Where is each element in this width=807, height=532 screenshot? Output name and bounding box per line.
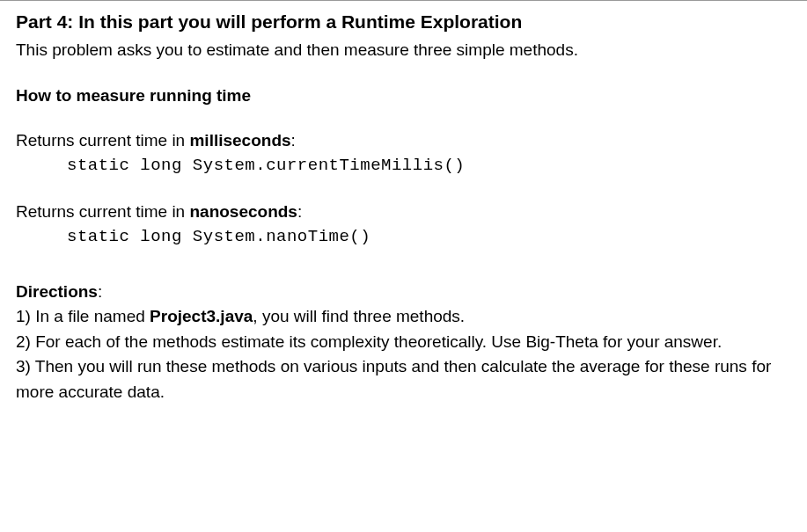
method-nano-code: static long System.nanoTime() bbox=[16, 224, 786, 250]
intro-text: This problem asks you to estimate and th… bbox=[16, 38, 786, 63]
part-heading: Part 4: In this part you will perform a … bbox=[16, 8, 786, 36]
directions-label-text: Directions bbox=[16, 282, 98, 301]
method-nano-prefix: Returns current time in bbox=[16, 202, 189, 221]
method-millis-suffix: : bbox=[291, 131, 296, 149]
method-millis-unit: milliseconds bbox=[189, 131, 290, 149]
method-nano-suffix: : bbox=[297, 202, 302, 221]
method-millis-prefix: Returns current time in bbox=[16, 131, 189, 149]
direction-1-suffix: , you will find three methods. bbox=[253, 307, 465, 325]
method-nano-unit: nanoseconds bbox=[189, 202, 297, 221]
directions-label: Directions: bbox=[16, 280, 786, 305]
subheading-measure: How to measure running time bbox=[16, 84, 786, 109]
heading-title: In this part you will perform a Runtime … bbox=[78, 11, 522, 32]
direction-1-filename: Project3.java bbox=[150, 307, 253, 325]
heading-prefix: Part 4: bbox=[16, 11, 78, 32]
direction-item-3: 3) Then you will run these methods on va… bbox=[16, 354, 786, 404]
method-nano-desc: Returns current time in nanoseconds: bbox=[16, 200, 786, 225]
directions-colon: : bbox=[98, 282, 102, 301]
direction-1-prefix: 1) In a file named bbox=[16, 307, 150, 325]
direction-item-2: 2) For each of the methods estimate its … bbox=[16, 330, 786, 355]
method-millis-desc: Returns current time in milliseconds: bbox=[16, 128, 786, 154]
method-millis-code: static long System.currentTimeMillis() bbox=[16, 153, 786, 179]
direction-item-1: 1) In a file named Project3.java, you wi… bbox=[16, 304, 786, 330]
